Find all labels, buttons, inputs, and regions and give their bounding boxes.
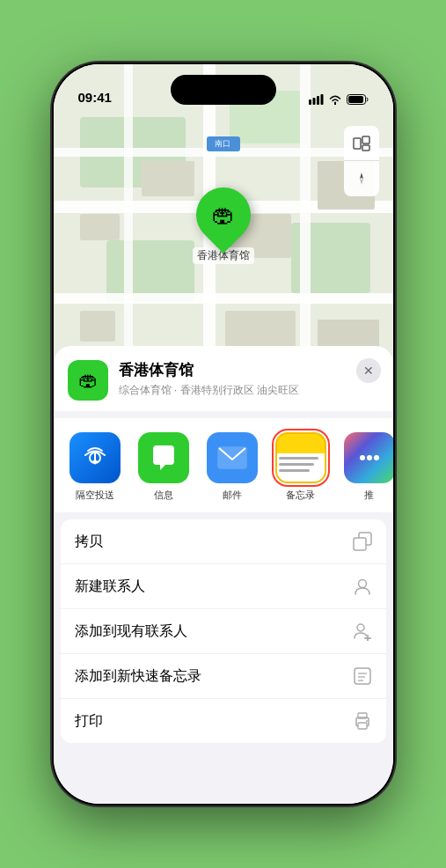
- share-row: 隔空投送 信息: [54, 418, 393, 512]
- quick-note-icon: [353, 666, 372, 686]
- compass-button[interactable]: [344, 161, 379, 196]
- print-label: 打印: [75, 712, 103, 731]
- messages-icon: [138, 432, 189, 483]
- action-item-copy[interactable]: 拷贝: [61, 519, 386, 564]
- action-item-quick-note[interactable]: 添加到新快速备忘录: [61, 654, 386, 699]
- airdrop-svg: [81, 444, 109, 472]
- svg-point-38: [358, 580, 366, 588]
- mail-icon: [207, 432, 258, 483]
- quick-note-label: 添加到新快速备忘录: [75, 667, 201, 686]
- mail-svg: [217, 446, 247, 469]
- svg-rect-20: [80, 214, 120, 240]
- place-name: 香港体育馆: [119, 360, 379, 380]
- svg-rect-47: [358, 723, 367, 729]
- mail-label: 邮件: [223, 489, 242, 502]
- place-info: 香港体育馆 综合体育馆 · 香港特别行政区 油尖旺区: [119, 360, 379, 398]
- messages-svg: [150, 444, 178, 472]
- phone-screen: 09:41: [54, 64, 393, 804]
- action-item-print[interactable]: 打印: [61, 699, 386, 743]
- place-header: 🏟 香港体育馆 综合体育馆 · 香港特别行政区 油尖旺区 ✕: [54, 346, 393, 411]
- new-contact-icon: [353, 577, 372, 596]
- copy-icon: [353, 532, 372, 551]
- notes-icon: [275, 432, 326, 483]
- svg-rect-42: [355, 668, 370, 684]
- svg-rect-0: [309, 99, 311, 105]
- action-item-add-contact[interactable]: 添加到现有联系人: [61, 609, 386, 654]
- svg-rect-2: [317, 96, 319, 105]
- wifi-icon: [328, 94, 342, 105]
- dynamic-island: [171, 75, 276, 105]
- svg-rect-25: [362, 136, 369, 143]
- airdrop-icon: [69, 432, 121, 483]
- svg-marker-27: [360, 173, 363, 179]
- more-dots-icon: [357, 445, 382, 470]
- share-item-airdrop[interactable]: 隔空投送: [61, 432, 129, 502]
- more-icon: [344, 432, 393, 483]
- print-icon: [353, 711, 372, 731]
- notes-lines: [277, 453, 325, 475]
- location-pin: 🏟 香港体育馆: [193, 188, 254, 264]
- svg-rect-3: [320, 94, 323, 105]
- notes-line-3: [279, 469, 310, 472]
- copy-label: 拷贝: [75, 533, 103, 551]
- place-subtitle: 综合体育馆 · 香港特别行政区 油尖旺区: [119, 383, 379, 398]
- svg-point-39: [357, 624, 364, 631]
- action-item-new-contact[interactable]: 新建联系人: [61, 564, 386, 609]
- share-item-notes[interactable]: 备忘录: [267, 432, 335, 502]
- share-item-more[interactable]: 推: [335, 432, 393, 502]
- map-controls: [344, 126, 379, 196]
- notes-line-1: [279, 457, 318, 460]
- svg-rect-12: [54, 293, 393, 304]
- svg-rect-5: [348, 96, 363, 103]
- svg-point-49: [366, 720, 368, 722]
- svg-point-33: [360, 455, 365, 460]
- svg-rect-9: [106, 240, 194, 302]
- svg-rect-22: [80, 311, 115, 342]
- airdrop-label: 隔空投送: [76, 489, 114, 502]
- map-view-button[interactable]: [344, 126, 379, 161]
- svg-rect-17: [142, 161, 194, 196]
- compass-icon: [354, 171, 369, 187]
- pin-icon: 🏟: [185, 176, 262, 254]
- map-icon: [353, 135, 370, 152]
- place-icon: 🏟: [68, 360, 108, 401]
- more-label: 推: [364, 489, 374, 502]
- svg-marker-28: [360, 179, 363, 185]
- signal-icon: [309, 94, 324, 105]
- svg-rect-1: [312, 98, 315, 105]
- messages-label: 信息: [154, 489, 173, 502]
- svg-rect-37: [354, 538, 366, 550]
- share-item-messages[interactable]: 信息: [129, 432, 198, 502]
- new-contact-label: 新建联系人: [75, 577, 145, 596]
- svg-point-34: [367, 455, 372, 460]
- status-time: 09:41: [78, 90, 112, 105]
- status-icons: [309, 94, 369, 105]
- svg-rect-24: [354, 138, 361, 149]
- add-contact-label: 添加到现有联系人: [75, 622, 187, 641]
- phone-frame: 09:41: [52, 63, 395, 805]
- action-list: 拷贝 新建联系人 添加到现有联系人: [61, 519, 386, 743]
- bottom-sheet: 🏟 香港体育馆 综合体育馆 · 香港特别行政区 油尖旺区 ✕: [54, 346, 393, 804]
- notes-label: 备忘录: [286, 489, 315, 502]
- map-label: 南口: [207, 136, 240, 151]
- close-button[interactable]: ✕: [356, 358, 381, 383]
- svg-rect-26: [362, 145, 369, 151]
- notes-line-2: [279, 463, 314, 466]
- svg-point-35: [374, 455, 379, 460]
- add-contact-icon: [353, 622, 372, 641]
- battery-icon: [347, 94, 369, 105]
- share-item-mail[interactable]: 邮件: [198, 432, 267, 502]
